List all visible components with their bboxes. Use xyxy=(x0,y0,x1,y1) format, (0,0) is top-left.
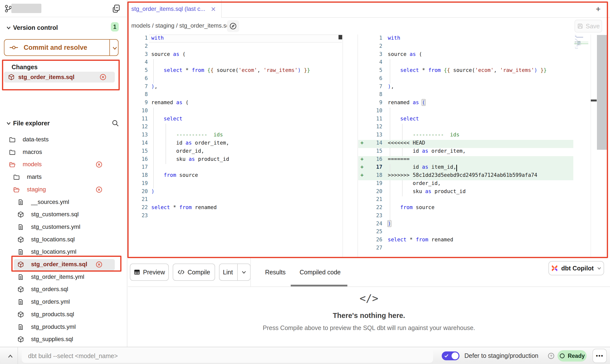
code-line-17[interactable]: +17 id as item_id, xyxy=(358,164,610,172)
discard-change-icon[interactable] xyxy=(96,261,102,269)
code-line-3[interactable]: 3source as ( xyxy=(128,51,342,59)
file-tree-item-staging[interactable]: staging xyxy=(0,183,127,196)
save-button[interactable]: Save xyxy=(575,20,602,33)
code-line-6[interactable]: 6 xyxy=(128,75,342,83)
code-line-8[interactable]: 8 xyxy=(358,91,610,99)
editor-tab[interactable]: stg_order_items.sql (last c... xyxy=(128,0,222,18)
code-line-3[interactable]: 3source as ( xyxy=(358,51,610,59)
file-tree-item-macros[interactable]: macros xyxy=(0,146,127,159)
code-line-24[interactable]: 24) xyxy=(358,221,610,229)
code-line-16[interactable]: 16 sku as product_id xyxy=(128,156,342,164)
commit-dropdown-chevron-icon[interactable] xyxy=(112,46,118,50)
defer-toggle[interactable] xyxy=(442,351,459,360)
file-tree-item-stg_products.yml[interactable]: stg_products.yml xyxy=(0,321,127,333)
file-tree-item-__sources.yml[interactable]: __sources.yml xyxy=(0,196,127,209)
code-line-22[interactable]: 22 from source xyxy=(358,204,610,213)
status-badge[interactable]: Ready xyxy=(558,350,587,362)
right-pane-scrollbar-thumb[interactable] xyxy=(597,35,608,150)
code-line-6[interactable]: 6 xyxy=(358,75,610,83)
left-pane-scrollbar-thumb[interactable] xyxy=(339,35,342,39)
file-tree-item-stg_locations.yml[interactable]: stg_locations.yml xyxy=(0,246,127,258)
file-tree-item-data-tests[interactable]: data-tests xyxy=(0,133,127,146)
tab-close-icon[interactable] xyxy=(211,6,216,12)
diff-editor[interactable]: 1with23source as (45 select * from {{ so… xyxy=(128,34,610,258)
code-line-12[interactable]: 12 xyxy=(358,124,610,132)
code-line-19[interactable]: 19 xyxy=(128,180,342,188)
code-line-13[interactable]: 13 ---------- ids xyxy=(358,132,610,140)
code-line-22[interactable]: 22select * from renamed xyxy=(128,204,342,213)
code-line-2[interactable]: 2 xyxy=(128,43,342,51)
commit-and-resolve-button[interactable]: Commit and resolve xyxy=(4,39,119,56)
version-control-header[interactable]: Version control xyxy=(13,24,58,31)
tab-results[interactable]: Results xyxy=(265,258,286,286)
file-tree-item-stg_locations.sql[interactable]: stg_locations.sql xyxy=(0,233,127,246)
code-line-1[interactable]: 1with xyxy=(128,35,342,43)
file-tree-item-stg_products.sql[interactable]: stg_products.sql xyxy=(0,308,127,321)
code-line-16[interactable]: +16======= xyxy=(358,156,610,164)
file-tree-item-stg_orders.sql[interactable]: stg_orders.sql xyxy=(0,283,127,296)
code-line-14[interactable]: 14 id as order_item, xyxy=(128,140,342,148)
minimap[interactable] xyxy=(575,35,590,50)
code-line-17[interactable]: 17 xyxy=(128,164,342,172)
command-input[interactable]: dbt build --select <model_name> xyxy=(22,349,433,363)
file-tree-item-stg_supplies.sql[interactable]: stg_supplies.sql xyxy=(0,333,127,346)
lint-button[interactable]: Lint xyxy=(219,264,251,281)
code-line-20[interactable]: 20) xyxy=(128,188,342,197)
code-line-23[interactable]: 23 xyxy=(358,213,610,221)
code-line-8[interactable]: 8 xyxy=(128,91,342,99)
file-explorer-header[interactable]: File explorer xyxy=(0,118,127,129)
copy-docs-icon[interactable] xyxy=(111,4,121,13)
compile-button[interactable]: Compile xyxy=(173,264,215,281)
code-line-13[interactable]: 13 ---------- ids xyxy=(128,132,342,140)
code-line-1[interactable]: 1with xyxy=(358,35,610,43)
version-control-chevron-icon[interactable] xyxy=(5,25,12,31)
code-line-20[interactable]: 20 sku as product_id xyxy=(358,188,610,197)
file-tree-item-marts[interactable]: marts xyxy=(0,171,127,183)
code-line-9[interactable]: 9renamed as ( xyxy=(358,99,610,108)
code-line-2[interactable]: 2 xyxy=(358,43,610,51)
code-line-21[interactable]: 21 xyxy=(358,196,610,204)
file-tree-item-models[interactable]: models xyxy=(0,158,127,171)
more-options-button[interactable]: ••• xyxy=(593,349,607,363)
code-line-11[interactable]: 11 select xyxy=(128,116,342,124)
code-line-18[interactable]: 18 from source xyxy=(128,172,342,180)
code-line-27[interactable]: 27 xyxy=(358,245,610,253)
code-pane[interactable]: 1with23source as (45 select * from {{ so… xyxy=(128,34,342,258)
file-tree-item-stg_order_items.yml[interactable]: stg_order_items.yml xyxy=(0,271,127,283)
file-tree-item-stg_customers.yml[interactable]: stg_customers.yml xyxy=(0,221,127,233)
code-line-18[interactable]: +18>>>>>>> 58c1dd23d5eebd9cd2495fa7124ab… xyxy=(358,172,610,180)
code-line-21[interactable]: 21 xyxy=(128,196,342,204)
file-tree-item-stg_customers.sql[interactable]: stg_customers.sql xyxy=(0,208,127,221)
code-line-15[interactable]: 15 id as order_item, xyxy=(358,148,610,156)
code-line-4[interactable]: 4 xyxy=(358,59,610,67)
minimap-slider-handle[interactable] xyxy=(591,99,597,101)
code-line-11[interactable]: 11 select xyxy=(358,116,610,124)
code-pane[interactable]: 1with23source as (45 select * from {{ so… xyxy=(358,34,610,258)
code-line-15[interactable]: 15 order_id, xyxy=(128,148,342,156)
file-tree-item-stg_order_items.sql[interactable]: stg_order_items.sql xyxy=(0,258,127,271)
code-line-10[interactable]: 10 xyxy=(358,108,610,116)
search-icon[interactable] xyxy=(111,119,119,127)
lint-dropdown-chevron-icon[interactable] xyxy=(241,270,247,274)
discard-change-icon[interactable] xyxy=(96,186,102,195)
code-line-4[interactable]: 4 xyxy=(128,59,342,67)
tab-compiled-code[interactable]: Compiled code xyxy=(300,258,341,286)
collapse-command-bar-button[interactable] xyxy=(5,351,15,361)
code-line-23[interactable]: 23 xyxy=(128,213,342,221)
code-line-25[interactable]: 25 xyxy=(358,229,610,237)
file-explorer-chevron-icon[interactable] xyxy=(5,120,12,127)
discard-change-icon[interactable] xyxy=(96,161,102,169)
code-line-7[interactable]: 7), xyxy=(128,83,342,92)
code-line-5[interactable]: 5 select * from {{ source('ecom', 'raw_i… xyxy=(358,67,610,75)
help-icon[interactable]: ? xyxy=(547,352,555,360)
code-line-14[interactable]: +14<<<<<<< HEAD xyxy=(358,140,610,148)
new-tab-button[interactable]: + xyxy=(594,4,603,13)
code-line-7[interactable]: 7), xyxy=(358,83,610,92)
branch-name-placeholder[interactable] xyxy=(11,4,41,13)
code-line-12[interactable]: 12 xyxy=(128,124,342,132)
dbt-copilot-button[interactable]: dbt Copilot xyxy=(548,261,604,275)
code-line-9[interactable]: 9renamed as ( xyxy=(128,99,342,108)
discard-change-icon[interactable] xyxy=(100,74,106,81)
explore-lineage-button[interactable] xyxy=(227,20,239,32)
changed-file-row[interactable]: stg_order_items.sql xyxy=(4,72,115,83)
